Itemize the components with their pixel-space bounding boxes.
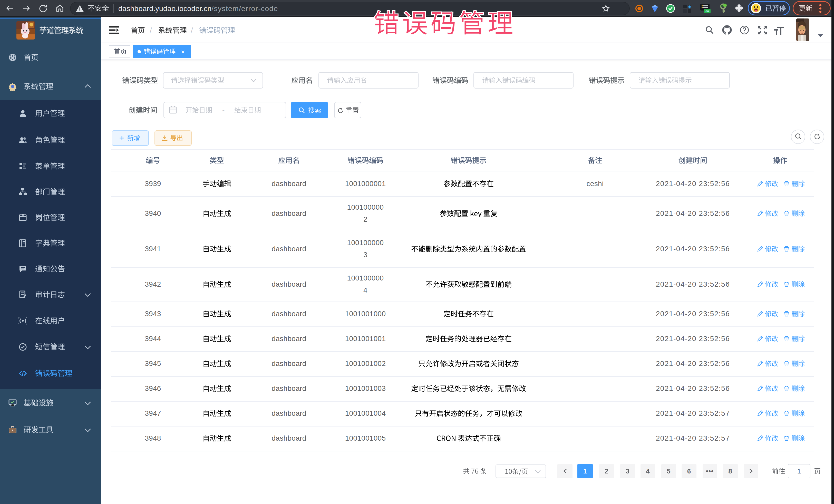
svg-text:on: on (705, 9, 709, 13)
